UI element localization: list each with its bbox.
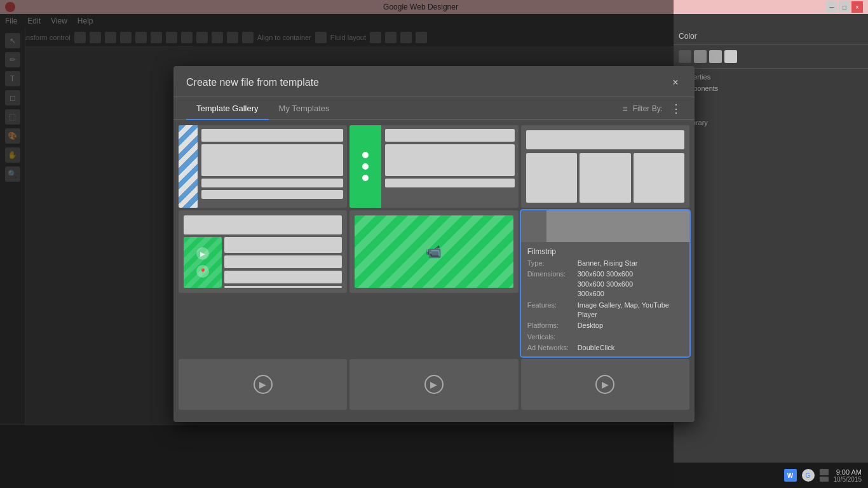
time-display: 9:00 AM bbox=[834, 468, 862, 476]
taskbar: W G 9:00 AM 10/5/2015 bbox=[674, 463, 868, 488]
templates-body: ▶ 📍 📹 bbox=[173, 120, 695, 422]
card-placeholder bbox=[224, 255, 342, 268]
filter-area: ≡ Filter By: bbox=[622, 104, 663, 114]
card-2-content bbox=[381, 125, 518, 208]
tab-template-gallery[interactable]: Template Gallery bbox=[186, 97, 269, 119]
dialog-close-button[interactable]: × bbox=[669, 76, 682, 89]
taskbar-google-icon[interactable]: G bbox=[802, 469, 815, 482]
info-platforms-row: Platforms: Desktop bbox=[527, 321, 683, 330]
card-placeholder bbox=[201, 179, 343, 187]
card-2-green bbox=[349, 125, 381, 208]
platforms-label: Platforms: bbox=[527, 321, 575, 330]
color-swatch-4[interactable] bbox=[724, 50, 737, 63]
dimensions-label: Dimensions: bbox=[527, 269, 575, 299]
color-swatch-1[interactable] bbox=[679, 50, 691, 63]
features-label: Features: bbox=[527, 301, 575, 320]
card-6-right bbox=[546, 210, 689, 242]
ad-networks-value: DoubleClick bbox=[578, 343, 615, 353]
bottom-card-icon-1: ▶ bbox=[254, 375, 273, 394]
col-2 bbox=[580, 153, 630, 203]
card-4-header bbox=[184, 215, 342, 234]
maximize-button[interactable]: □ bbox=[839, 1, 850, 13]
panel-properties[interactable]: Properties bbox=[679, 71, 863, 83]
pin-icon: 📍 bbox=[196, 265, 209, 278]
card-6-left bbox=[521, 210, 546, 242]
video-icon: 📹 bbox=[426, 244, 442, 259]
card-1-stripe bbox=[179, 125, 198, 208]
card-4-stripe bbox=[184, 237, 222, 288]
card-placeholder bbox=[224, 237, 342, 253]
card-3-header bbox=[526, 130, 684, 149]
features-value: Image Gallery, Map, YouTube Player bbox=[578, 301, 683, 320]
template-name: Filmstrip bbox=[527, 247, 683, 256]
minimize-button[interactable]: ─ bbox=[826, 1, 837, 13]
verticals-label: Verticals: bbox=[527, 332, 575, 342]
card-placeholder bbox=[224, 271, 342, 283]
color-swatch-3[interactable] bbox=[709, 50, 722, 63]
template-card-1[interactable] bbox=[179, 125, 347, 208]
window-controls: ─ □ × bbox=[826, 1, 863, 13]
card-1-content bbox=[198, 125, 347, 208]
dialog-tabs: Template Gallery My Templates ≡ Filter B… bbox=[173, 97, 695, 120]
card-placeholder bbox=[201, 144, 343, 176]
right-panel: Color Properties Components nts S et Lib… bbox=[674, 28, 868, 488]
col-3 bbox=[634, 153, 684, 203]
date-display: 10/5/2015 bbox=[834, 476, 862, 483]
create-from-template-dialog: Create new file from template × Template… bbox=[173, 66, 695, 422]
panel-s[interactable]: S bbox=[679, 105, 863, 117]
card-4-right-content bbox=[224, 237, 342, 288]
close-button[interactable]: × bbox=[851, 1, 863, 13]
bottom-card-icon-3: ▶ bbox=[595, 375, 614, 394]
taskbar-word-icon[interactable]: W bbox=[784, 469, 797, 482]
type-value: Banner, Rising Star bbox=[578, 259, 638, 268]
tab-my-templates[interactable]: My Templates bbox=[269, 97, 340, 119]
template-card-4[interactable]: ▶ 📍 bbox=[179, 210, 347, 293]
panel-elements[interactable]: nts bbox=[679, 94, 863, 105]
filter-label: Filter By: bbox=[633, 104, 663, 113]
taskbar-clock: 9:00 AM 10/5/2015 bbox=[834, 468, 862, 483]
card-placeholder bbox=[385, 129, 514, 142]
card-5-green: 📹 bbox=[355, 215, 513, 288]
taskbar-icon-1 bbox=[820, 469, 829, 475]
ad-networks-label: Ad Networks: bbox=[527, 343, 575, 353]
more-options-icon[interactable]: ⋮ bbox=[670, 102, 682, 116]
dot-1 bbox=[362, 152, 369, 158]
bottom-card-icon-2: ▶ bbox=[424, 375, 444, 394]
info-ad-networks-row: Ad Networks: DoubleClick bbox=[527, 343, 683, 353]
taskbar-system-icons bbox=[820, 469, 829, 482]
dimensions-value: 300x600 300x600300x600 300x600300x600 bbox=[578, 269, 633, 299]
info-verticals-row: Verticals: bbox=[527, 332, 683, 342]
dialog-header: Create new file from template × bbox=[173, 66, 695, 97]
card-placeholder bbox=[201, 129, 343, 142]
card-3-cols bbox=[526, 153, 684, 203]
info-type-row: Type: Banner, Rising Star bbox=[527, 259, 683, 268]
dot-3 bbox=[362, 175, 369, 181]
card-placeholder bbox=[385, 179, 514, 187]
platforms-value: Desktop bbox=[578, 321, 603, 330]
card-6-preview bbox=[521, 210, 689, 242]
color-swatch-2[interactable] bbox=[694, 50, 707, 63]
template-card-6-selected[interactable]: Filmstrip Type: Banner, Rising Star Dime… bbox=[521, 210, 689, 356]
panel-dynamic[interactable]: amic bbox=[679, 128, 863, 140]
dot-2 bbox=[362, 163, 369, 170]
info-features-row: Features: Image Gallery, Map, YouTube Pl… bbox=[527, 301, 683, 320]
card-4-content: ▶ 📍 bbox=[179, 237, 347, 293]
template-card-2[interactable] bbox=[349, 125, 518, 208]
template-card-3[interactable] bbox=[521, 125, 689, 208]
type-label: Type: bbox=[527, 259, 575, 268]
card-placeholder bbox=[385, 144, 514, 176]
template-card-5[interactable]: 📹 bbox=[349, 210, 518, 293]
col-1 bbox=[526, 153, 577, 203]
panel-asset-library[interactable]: et Library bbox=[679, 117, 863, 128]
template-card-bottom-1[interactable]: ▶ bbox=[179, 359, 347, 410]
filter-icon: ≡ bbox=[622, 104, 627, 114]
taskbar-icon-2 bbox=[820, 477, 829, 482]
dialog-title: Create new file from template bbox=[186, 77, 319, 88]
info-dimensions-row: Dimensions: 300x600 300x600300x600 300x6… bbox=[527, 269, 683, 299]
panel-components[interactable]: Components bbox=[679, 83, 863, 94]
templates-grid: ▶ 📍 📹 bbox=[173, 120, 695, 422]
color-section-title: Color bbox=[679, 32, 697, 41]
card-placeholder bbox=[224, 286, 342, 288]
template-card-bottom-2[interactable]: ▶ bbox=[349, 359, 518, 410]
template-card-bottom-3[interactable]: ▶ bbox=[521, 359, 689, 410]
